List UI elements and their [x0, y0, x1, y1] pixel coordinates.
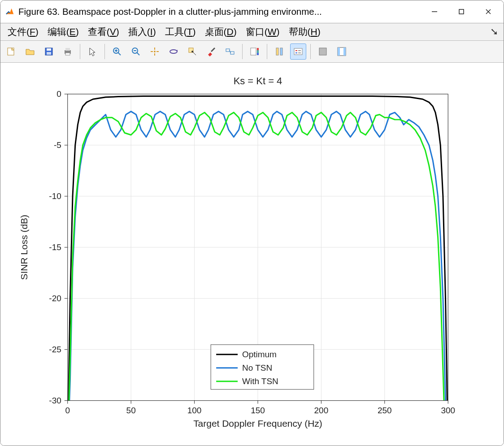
svg-text:No TSN: No TSN	[242, 363, 272, 372]
close-button[interactable]	[475, 3, 502, 21]
svg-text:-5: -5	[54, 140, 61, 150]
menu-i[interactable]: 插入(I)	[124, 25, 161, 39]
save-icon[interactable]	[41, 43, 57, 60]
svg-text:250: 250	[378, 406, 392, 415]
plot-area[interactable]: 050100150200250300-30-25-20-15-10-50Targ…	[0, 63, 504, 446]
pan-icon[interactable]	[147, 43, 163, 60]
svg-rect-9	[65, 48, 70, 51]
svg-line-16	[137, 52, 139, 55]
data-cursor-icon[interactable]	[184, 43, 200, 60]
xlabel: Target Doppler Frequency (Hz)	[193, 418, 322, 429]
svg-text:200: 200	[314, 406, 329, 415]
svg-rect-32	[280, 48, 282, 55]
pointer-icon[interactable]	[84, 43, 100, 60]
svg-rect-41	[343, 48, 346, 56]
menu-h[interactable]: 帮助(H)	[284, 25, 325, 39]
menu-v[interactable]: 查看(V)	[83, 25, 124, 39]
svg-text:100: 100	[187, 406, 202, 415]
svg-line-12	[118, 52, 121, 55]
menu-w[interactable]: 窗口(W)	[241, 25, 284, 39]
svg-rect-29	[257, 48, 259, 50]
svg-text:Optimum: Optimum	[242, 350, 277, 359]
zoom-out-icon[interactable]	[128, 43, 144, 60]
svg-text:300: 300	[441, 406, 455, 415]
hide-plot-tools-icon[interactable]	[315, 43, 331, 60]
colorbar-icon[interactable]	[247, 43, 263, 60]
svg-point-22	[191, 51, 193, 52]
svg-point-18	[154, 51, 156, 52]
svg-text:-30: -30	[49, 396, 61, 405]
minimize-button[interactable]	[421, 3, 448, 21]
titlebar[interactable]: Figure 63. Beamspace post-Doppler in a c…	[0, 0, 504, 23]
figure-window: Figure 63. Beamspace post-Doppler in a c…	[0, 0, 504, 446]
open-icon[interactable]	[22, 43, 38, 60]
svg-line-23	[211, 48, 215, 52]
svg-text:-20: -20	[49, 294, 61, 303]
svg-text:0: 0	[65, 406, 70, 415]
matlab-icon	[5, 7, 15, 17]
menu-t[interactable]: 工具(T)	[161, 25, 200, 39]
insert-colorbar-icon[interactable]	[271, 43, 287, 60]
svg-text:-10: -10	[49, 191, 61, 201]
dock-arrow-icon[interactable]: ➘	[490, 26, 501, 38]
svg-text:With TSN: With TSN	[242, 377, 278, 386]
svg-rect-24	[226, 49, 230, 52]
print-icon[interactable]	[60, 43, 76, 60]
svg-rect-1	[459, 9, 464, 14]
svg-rect-40	[338, 48, 340, 56]
svg-rect-27	[251, 48, 256, 55]
svg-text:-15: -15	[49, 242, 61, 252]
new-figure-icon[interactable]	[3, 43, 19, 60]
menu-d[interactable]: 桌面(D)	[200, 25, 241, 39]
svg-text:150: 150	[251, 406, 265, 415]
show-plot-tools-icon[interactable]	[334, 43, 350, 60]
svg-text:0: 0	[56, 89, 61, 99]
window-title: Figure 63. Beamspace post-Doppler in a c…	[18, 6, 322, 17]
svg-text:50: 50	[126, 406, 136, 415]
chart-title: Ks = Kt = 4	[234, 75, 282, 87]
brush-icon[interactable]	[203, 43, 219, 60]
link-plot-icon[interactable]	[222, 43, 238, 60]
insert-legend-icon[interactable]	[290, 43, 306, 60]
svg-rect-7	[47, 52, 51, 55]
svg-rect-30	[257, 53, 259, 55]
ylabel: SINR Loss (dB)	[19, 215, 29, 280]
menubar: 文件(F)编辑(E)查看(V)插入(I)工具(T)桌面(D)窗口(W)帮助(H)…	[0, 23, 504, 41]
toolbar	[0, 41, 504, 63]
menu-f[interactable]: 文件(F)	[3, 25, 43, 39]
axes[interactable]: 050100150200250300-30-25-20-15-10-50Targ…	[0, 63, 504, 446]
svg-rect-6	[47, 48, 51, 51]
rotate3d-icon[interactable]	[165, 43, 182, 60]
maximize-button[interactable]	[448, 3, 475, 21]
legend[interactable]: OptimumNo TSNWith TSN	[211, 345, 314, 390]
svg-rect-10	[65, 53, 70, 55]
svg-rect-25	[230, 52, 234, 54]
zoom-in-icon[interactable]	[109, 43, 125, 60]
svg-point-19	[170, 50, 177, 53]
menu-e[interactable]: 编辑(E)	[43, 25, 83, 39]
svg-rect-31	[276, 48, 278, 55]
svg-rect-33	[294, 48, 302, 55]
svg-text:-25: -25	[49, 345, 61, 354]
svg-rect-38	[319, 48, 326, 55]
